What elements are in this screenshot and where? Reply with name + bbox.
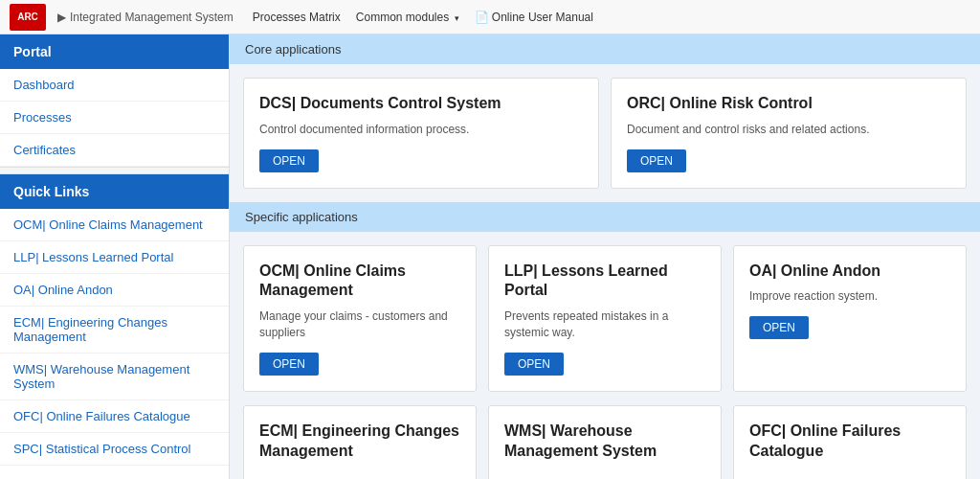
wms-partial-title: WMS| Warehouse Management System <box>504 422 705 462</box>
dcs-card: DCS| Documents Control System Control do… <box>243 78 599 189</box>
orc-open-button[interactable]: OPEN <box>627 149 686 172</box>
specific-applications-banner: Specific applications <box>230 202 980 232</box>
sidebar-item-ofc[interactable]: OFC| Online Failures Catalogue <box>0 400 229 433</box>
top-navigation: ARC ▶ Integrated Management System Proce… <box>0 0 980 34</box>
oa-card: OA| Online Andon Improve reaction system… <box>733 245 967 392</box>
llp-desc: Prevents repeated mistakes in a systemic… <box>504 308 705 341</box>
specific-apps-grid: OCM| Online Claims Management Manage you… <box>230 232 980 405</box>
sidebar-divider <box>0 167 229 174</box>
ofc-partial-title: OFC| Online Failures Catalogue <box>749 422 950 462</box>
llp-open-button[interactable]: OPEN <box>504 353 564 376</box>
main-layout: Portal Dashboard Processes Certificates … <box>0 34 980 479</box>
common-modules-label: Common modules <box>356 11 449 24</box>
sidebar-item-ecm[interactable]: ECM| Engineering Changes Management <box>0 307 229 354</box>
sidebar-item-wms[interactable]: WMS| Warehouse Management System <box>0 354 229 400</box>
doc-icon: 📄 <box>475 11 489 24</box>
online-user-manual-link[interactable]: 📄 Online User Manual <box>475 11 593 24</box>
sidebar-item-oa[interactable]: OA| Online Andon <box>0 274 229 307</box>
processes-matrix-link[interactable]: Processes Matrix <box>253 11 341 24</box>
wms-partial-card: WMS| Warehouse Management System <box>488 405 722 479</box>
ecm-partial-title: ECM| Engineering Changes Management <box>259 422 460 462</box>
quick-links-section-header: Quick Links <box>0 174 229 209</box>
ecm-partial-card: ECM| Engineering Changes Management <box>243 405 477 479</box>
oa-open-button[interactable]: OPEN <box>749 316 809 339</box>
core-applications-banner: Core applications <box>230 34 980 64</box>
ocm-card: OCM| Online Claims Management Manage you… <box>243 245 477 392</box>
top-nav-links: Processes Matrix Common modules ▾ 📄 Onli… <box>253 11 593 24</box>
dropdown-arrow-icon: ▾ <box>455 13 459 23</box>
dcs-title: DCS| Documents Control System <box>259 94 583 114</box>
orc-title: ORC| Online Risk Control <box>627 94 950 114</box>
orc-card: ORC| Online Risk Control Document and co… <box>611 78 967 189</box>
sidebar-item-processes[interactable]: Processes <box>0 102 229 134</box>
logo-text: ARC <box>17 11 38 22</box>
dcs-open-button[interactable]: OPEN <box>259 149 319 172</box>
sidebar-item-certificates[interactable]: Certificates <box>0 134 229 167</box>
main-content: Core applications DCS| Documents Control… <box>230 34 980 479</box>
sidebar: Portal Dashboard Processes Certificates … <box>0 34 230 479</box>
ocm-title: OCM| Online Claims Management <box>259 262 460 302</box>
orc-desc: Document and control risks and related a… <box>627 122 950 138</box>
oa-title: OA| Online Andon <box>749 262 950 282</box>
core-apps-grid: DCS| Documents Control System Control do… <box>230 64 980 202</box>
bottom-partial-grid: ECM| Engineering Changes Management WMS|… <box>230 405 980 479</box>
ocm-open-button[interactable]: OPEN <box>259 353 319 376</box>
common-modules-link[interactable]: Common modules ▾ <box>356 11 459 24</box>
breadcrumb-current: Integrated Management System <box>70 11 234 24</box>
ocm-desc: Manage your claims - customers and suppl… <box>259 308 460 341</box>
sidebar-item-ocm[interactable]: OCM| Online Claims Management <box>0 209 229 241</box>
breadcrumb: ▶ Integrated Management System <box>57 11 234 24</box>
sidebar-item-dashboard[interactable]: Dashboard <box>0 69 229 102</box>
oa-desc: Improve reaction system. <box>749 288 950 305</box>
sidebar-item-spc[interactable]: SPC| Statistical Process Control <box>0 433 229 466</box>
llp-card: LLP| Lessons Learned Portal Prevents rep… <box>488 245 722 392</box>
dcs-desc: Control documented information process. <box>259 122 583 138</box>
ofc-partial-card: OFC| Online Failures Catalogue <box>733 405 967 479</box>
breadcrumb-arrow: ▶ <box>57 11 66 24</box>
portal-section-header: Portal <box>0 34 229 69</box>
sidebar-item-llp[interactable]: LLP| Lessons Learned Portal <box>0 241 229 274</box>
user-manual-label: Online User Manual <box>492 11 593 24</box>
llp-title: LLP| Lessons Learned Portal <box>504 262 705 302</box>
logo: ARC <box>10 4 46 31</box>
